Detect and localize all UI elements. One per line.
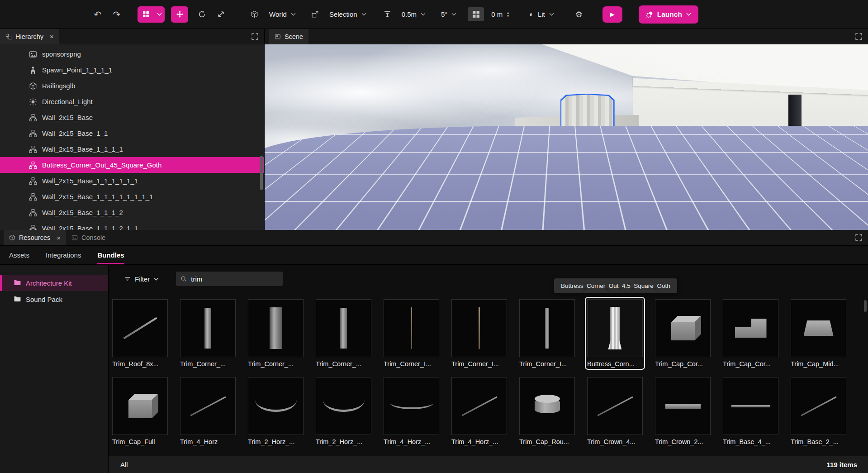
close-icon[interactable]: ×	[57, 234, 61, 242]
asset-tile[interactable]: Trim_Cap_Rou...	[519, 377, 575, 445]
expand-icon[interactable]	[251, 33, 259, 40]
hierarchy-item[interactable]: Buttress_Corner_Out_45_Square_Goth	[0, 157, 264, 173]
asset-tile[interactable]: Trim_Cap_Full	[112, 377, 168, 445]
lit-mode-dropdown[interactable]: ◐ Lit	[524, 7, 559, 22]
asset-tile[interactable]: Trim_Corner_...	[316, 299, 371, 368]
hierarchy-scrollbar[interactable]	[260, 156, 263, 190]
asset-thumbnail	[384, 377, 439, 435]
rotate-snap-value: 5°	[441, 10, 447, 18]
hierarchy-item[interactable]: Wall_2x15_Base_1_1_1_1_1_1	[0, 173, 264, 189]
tab-hierarchy[interactable]: Hierarchy ×	[0, 29, 59, 44]
asset-tile[interactable]: Buttress_Corn...	[587, 299, 643, 368]
scene-tab-label: Scene	[285, 33, 303, 40]
folder-item[interactable]: Architecture Kit	[0, 275, 108, 291]
asset-tile[interactable]: Trim_4_Horz_...	[451, 377, 507, 445]
hierarchy-item[interactable]: Wall_2x15_Base_1_1_1_1_1_1_1_1	[0, 189, 264, 205]
search-box[interactable]	[176, 272, 283, 286]
launch-label: Launch	[657, 10, 682, 19]
redo-button[interactable]: ↷	[109, 7, 125, 22]
chevron-down-icon	[549, 13, 554, 16]
settings-button[interactable]: ⚙	[571, 7, 587, 22]
asset-tile[interactable]: Trim_4_Horz	[180, 377, 236, 445]
asset-tile[interactable]: Trim_Corner_I...	[519, 299, 575, 368]
hierarchy-item[interactable]: Wall_2x15_Base	[0, 110, 264, 125]
entity-icon	[29, 145, 37, 153]
hierarchy-item[interactable]: Directional_Light	[0, 94, 264, 110]
asset-tile[interactable]: Trim_Cap_Cor...	[655, 299, 711, 368]
asset-tile[interactable]: Trim_Corner_I...	[384, 299, 439, 368]
asset-tile[interactable]: Trim_Base_2_...	[791, 377, 846, 445]
spawn-icon	[29, 66, 37, 74]
undo-button[interactable]: ↶	[90, 7, 106, 22]
asset-tile[interactable]: Trim_Crown_4...	[587, 377, 643, 445]
stepper-arrows-icon[interactable]: ▲▼	[506, 11, 510, 18]
scene-tab-strip: Scene	[265, 29, 868, 44]
expand-icon[interactable]	[855, 234, 863, 241]
grid-scrollbar[interactable]	[864, 300, 867, 312]
scene-viewport[interactable]: Y Z X FFocusQERotateGGrabEscDeselect	[265, 44, 868, 230]
grid-toggle-button[interactable]	[468, 7, 484, 21]
hierarchy-item[interactable]: sponsorspng	[0, 46, 264, 62]
asset-tile[interactable]: Trim_Corner_...	[180, 299, 236, 368]
asset-tile[interactable]: Trim_2_Horz_...	[316, 377, 371, 445]
move-snap-dropdown[interactable]: 0.5m	[397, 7, 431, 21]
hierarchy-item[interactable]: Wall_2x15_Base_1_1	[0, 125, 264, 141]
search-input[interactable]	[191, 275, 278, 283]
asset-tile[interactable]: Trim_4_Horz_...	[384, 377, 439, 445]
tab-console[interactable]: Console	[66, 230, 111, 245]
viewport-hint: GGrab	[361, 218, 388, 225]
hierarchy-item[interactable]: Spawn_Point_1_1_1_1	[0, 62, 264, 78]
move-gizmo[interactable]	[556, 146, 619, 230]
chevron-down-icon	[361, 13, 366, 16]
asset-label: Trim_Cap_Mid...	[791, 360, 846, 368]
play-button[interactable]: ▶	[602, 6, 622, 23]
expand-icon[interactable]	[855, 33, 863, 40]
asset-grid: Trim_Roof_8x...Trim_Corner_...Trim_Corne…	[109, 287, 868, 456]
asset-tile[interactable]: Trim_Corner_I...	[451, 299, 507, 368]
close-icon[interactable]: ×	[50, 33, 54, 40]
world-dropdown[interactable]: World	[264, 7, 301, 21]
chevron-down-icon[interactable]	[154, 10, 165, 19]
asset-tile[interactable]: Trim_Cap_Cor...	[723, 299, 778, 368]
asset-tile[interactable]: Trim_Corner_...	[248, 299, 304, 368]
axis-gizmo[interactable]: Y Z X	[808, 177, 862, 230]
subtab-integrations[interactable]: Integrations	[46, 246, 81, 264]
hierarchy-item[interactable]: Railingsglb	[0, 78, 264, 94]
launch-button[interactable]: Launch	[639, 5, 698, 24]
rotate-tool-button[interactable]	[194, 7, 210, 22]
filter-button[interactable]: Filter	[124, 275, 159, 283]
chevron-down-icon	[154, 277, 159, 281]
filter-icon	[124, 276, 131, 282]
move-tool-button[interactable]	[171, 6, 188, 23]
vertical-snap-button[interactable]	[379, 7, 396, 22]
grid-height-stepper[interactable]: 0 m ▲▼	[487, 7, 514, 21]
asset-thumbnail	[451, 377, 507, 435]
hierarchy-item[interactable]: Wall_2x15_Base_1_1_1_2_1_1	[0, 220, 264, 230]
assets-toolbar: Filter	[109, 265, 868, 287]
asset-label: Trim_2_Horz_...	[316, 438, 371, 445]
folder-item[interactable]: Sound Pack	[0, 291, 108, 307]
filter-all-label[interactable]: All	[120, 461, 128, 468]
asset-tile[interactable]: Trim_Base_4_...	[723, 377, 778, 445]
hierarchy-item[interactable]: Wall_2x15_Base_1_1_1_1	[0, 141, 264, 157]
pivot-button[interactable]	[307, 7, 323, 22]
hierarchy-item[interactable]: Wall_2x15_Base_1_1_1_2	[0, 205, 264, 220]
asset-tile[interactable]: Trim_Crown_2...	[655, 377, 711, 445]
asset-tile[interactable]: Trim_Cap_Mid...	[791, 299, 846, 368]
chevron-down-icon	[686, 13, 691, 16]
scale-tool-button[interactable]	[213, 7, 229, 22]
tab-scene[interactable]: Scene	[269, 29, 308, 44]
tab-resources[interactable]: Resources ×	[4, 230, 66, 245]
subtab-assets[interactable]: Assets	[9, 246, 29, 264]
asset-thumbnail	[519, 377, 575, 435]
grid-icon	[138, 11, 154, 18]
rotate-icon	[198, 10, 206, 18]
subtab-bundles[interactable]: Bundles	[97, 246, 124, 264]
rotate-snap-dropdown[interactable]: 5°	[436, 7, 461, 21]
world-space-button[interactable]	[246, 7, 262, 22]
selection-dropdown[interactable]: Selection	[324, 7, 371, 21]
asset-tile[interactable]: Trim_2_Horz_...	[248, 377, 304, 445]
snap-grid-split-button[interactable]	[138, 6, 165, 23]
console-tab-label: Console	[81, 234, 105, 241]
asset-tile[interactable]: Trim_Roof_8x...	[112, 299, 168, 368]
